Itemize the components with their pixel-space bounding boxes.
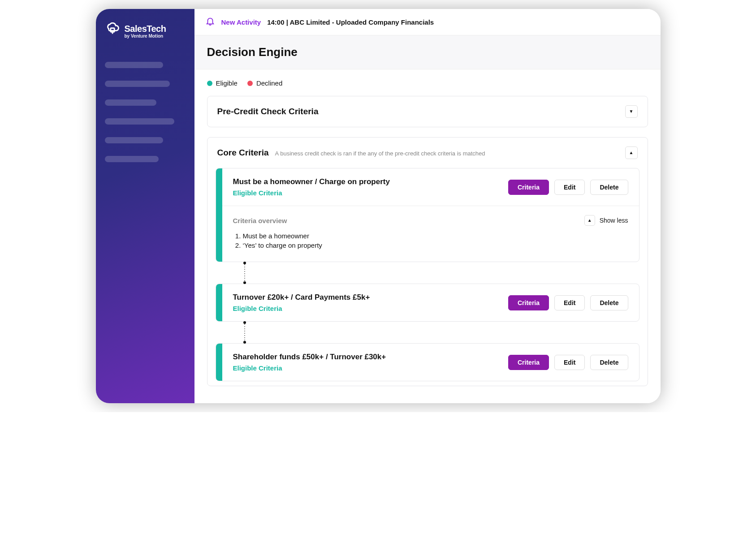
dot-eligible-icon (207, 81, 212, 86)
svg-point-7 (243, 341, 246, 344)
edit-button[interactable]: Edit (554, 355, 585, 370)
sidebar-item-placeholder[interactable] (105, 99, 156, 106)
delete-button[interactable]: Delete (590, 355, 628, 370)
panel-core-criteria: Core Criteria A business credit check is… (207, 137, 648, 386)
criteria-overview-item: ‘Yes’ to charge on property (243, 241, 628, 249)
bell-icon[interactable] (205, 16, 215, 28)
card-connector (242, 322, 639, 343)
chevron-up-icon: ▲ (629, 151, 634, 155)
criteria-button[interactable]: Criteria (508, 355, 549, 370)
svg-point-4 (243, 281, 246, 284)
sidebar-item-placeholder[interactable] (105, 62, 163, 68)
topbar: New Activity 14:00 | ABC Limited - Uploa… (194, 9, 661, 35)
card-tag: Eligible Criteria (233, 364, 386, 372)
sidebar-item-placeholder[interactable] (105, 81, 170, 87)
legend-item-declined: Declined (247, 79, 282, 87)
expand-pre-credit-button[interactable]: ▼ (625, 105, 638, 118)
edit-button[interactable]: Edit (554, 295, 585, 310)
panel-core-subtitle: A business credit check is ran if the an… (275, 150, 485, 157)
card-stripe-eligible (216, 168, 222, 262)
card-tag: Eligible Criteria (233, 189, 390, 197)
sidebar-nav (105, 62, 186, 162)
chevron-down-icon: ▼ (629, 109, 634, 114)
card-connector (242, 262, 639, 284)
main-content: New Activity 14:00 | ABC Limited - Uploa… (194, 9, 661, 403)
criteria-card: Turnover £20k+ / Card Payments £5k+ Elig… (216, 284, 639, 322)
brand: SalesTech by Venture Motion (105, 22, 186, 39)
card-detail: Criteria overview ▲ Show less Must be a … (222, 206, 639, 262)
card-tag: Eligible Criteria (233, 305, 370, 312)
legend-declined-label: Declined (256, 79, 282, 87)
show-less-toggle[interactable]: ▲ Show less (584, 215, 628, 226)
criteria-overview-title: Criteria overview (233, 217, 287, 224)
card-title: Shareholder funds £50k+ / Turnover £30k+ (233, 353, 386, 362)
panel-core-body: Must be a homeowner / Charge on property… (207, 168, 648, 386)
card-title: Must be a homeowner / Charge on property (233, 177, 390, 186)
panel-pre-credit-title: Pre-Credit Check Criteria (217, 107, 319, 116)
status-legend: Eligible Declined (207, 79, 648, 87)
card-stripe-eligible (216, 344, 222, 381)
legend-item-eligible: Eligible (207, 79, 238, 87)
show-less-label: Show less (600, 217, 628, 224)
chevron-up-icon: ▲ (588, 218, 592, 223)
criteria-overview-item: Must be a homeowner (243, 232, 628, 240)
svg-point-2 (243, 262, 246, 264)
sidebar-item-placeholder[interactable] (105, 118, 174, 125)
sidebar-item-placeholder[interactable] (105, 156, 159, 162)
activity-text: 14:00 | ABC Limited - Uploaded Company F… (267, 18, 434, 26)
page-title: Decision Engine (207, 45, 648, 59)
card-title: Turnover £20k+ / Card Payments £5k+ (233, 293, 370, 302)
content-area: Eligible Declined Pre-Credit Check Crite… (194, 69, 661, 403)
panel-core-title: Core Criteria (217, 148, 269, 158)
criteria-button[interactable]: Criteria (508, 295, 549, 310)
sidebar-item-placeholder[interactable] (105, 137, 163, 143)
collapse-core-button[interactable]: ▲ (625, 146, 638, 159)
criteria-card: Shareholder funds £50k+ / Turnover £30k+… (216, 343, 639, 381)
brand-logo-icon (105, 22, 120, 39)
edit-button[interactable]: Edit (554, 180, 585, 195)
criteria-overview-list: Must be a homeowner ‘Yes’ to charge on p… (233, 232, 628, 249)
new-activity-label[interactable]: New Activity (221, 18, 261, 26)
page-header: Decision Engine (194, 35, 661, 69)
delete-button[interactable]: Delete (590, 180, 628, 195)
card-stripe-eligible (216, 284, 222, 321)
brand-title: SalesTech (125, 24, 166, 34)
dot-declined-icon (247, 81, 253, 86)
brand-subtitle: by Venture Motion (125, 34, 166, 39)
svg-point-5 (243, 321, 246, 324)
panel-pre-credit: Pre-Credit Check Criteria ▼ (207, 96, 648, 127)
legend-eligible-label: Eligible (216, 79, 238, 87)
delete-button[interactable]: Delete (590, 295, 628, 310)
criteria-button[interactable]: Criteria (508, 180, 549, 195)
app-frame: SalesTech by Venture Motion New Activity… (96, 9, 661, 403)
criteria-card: Must be a homeowner / Charge on property… (216, 168, 639, 262)
sidebar: SalesTech by Venture Motion (96, 9, 194, 403)
